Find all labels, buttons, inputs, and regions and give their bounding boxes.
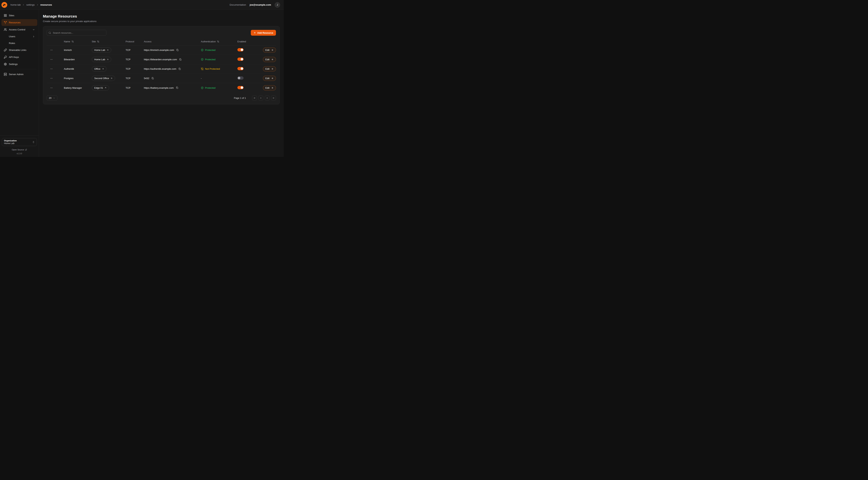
link-icon (4, 49, 7, 52)
auth-status-label: Not Protected (205, 67, 220, 70)
resource-name: Postgres (64, 77, 92, 80)
chevron-left-icon (260, 97, 262, 99)
app-logo[interactable] (1, 2, 7, 8)
access-cell: https://bitwarden.example.com (144, 58, 201, 61)
sidebar-item-resources[interactable]: Resources (1, 19, 37, 26)
sidebar-item-access-control[interactable]: Access Control (1, 26, 37, 33)
add-resource-label: Add Resource (257, 31, 273, 34)
site-link[interactable]: Home Lab (92, 48, 111, 53)
enabled-toggle[interactable] (238, 67, 244, 70)
breadcrumb-item-resources[interactable]: resources (40, 3, 52, 6)
pagination-next-button[interactable] (265, 96, 270, 100)
chevron-down-icon (53, 97, 55, 99)
site-link[interactable]: Home Lab (92, 57, 111, 62)
sidebar-item-label: Sites (9, 14, 14, 17)
enabled-cell (238, 58, 262, 61)
enabled-toggle[interactable] (238, 48, 244, 51)
auth-status: - (201, 77, 238, 80)
site-link[interactable]: Office (92, 66, 106, 71)
open-source-link[interactable]: Open Source (2, 149, 37, 151)
enabled-cell (238, 67, 262, 71)
edit-button[interactable]: Edit (263, 48, 276, 53)
edit-cell: Edit (262, 66, 276, 71)
enabled-toggle[interactable] (238, 77, 244, 80)
access-cell: https://authentik.example.com (144, 67, 201, 70)
pagination-last-button[interactable] (271, 96, 276, 100)
edit-button[interactable]: Edit (263, 76, 276, 81)
row-menu-cell (47, 76, 64, 80)
pagination-first-button[interactable] (252, 96, 257, 100)
row-menu-button[interactable] (50, 57, 54, 62)
site-link-label: Edge 01 (94, 87, 103, 89)
copy-button[interactable] (176, 49, 179, 52)
row-menu-button[interactable] (50, 86, 54, 90)
top-bar: home-lab settings resources Documentatio… (0, 0, 284, 10)
table-row: Bitwarden Home Lab TCP https://bitwarden… (47, 55, 276, 64)
column-label: Enabled (238, 40, 246, 43)
copy-icon (176, 87, 178, 89)
pagination-prev-button[interactable] (258, 96, 263, 100)
add-resource-button[interactable]: Add Resource (251, 30, 276, 36)
copy-button[interactable] (178, 67, 181, 70)
auth-status: Protected (201, 49, 238, 51)
enabled-toggle[interactable] (238, 86, 244, 89)
chevrons-up-down-icon (32, 141, 35, 143)
row-menu-button[interactable] (50, 67, 54, 71)
resource-access: https://bitwarden.example.com (144, 58, 177, 61)
row-menu-button[interactable] (50, 76, 54, 80)
sidebar-item-label: Resources (9, 21, 21, 24)
user-avatar[interactable]: J (275, 2, 280, 8)
toggle-knob (241, 49, 243, 51)
copy-button[interactable] (151, 77, 154, 80)
search-input[interactable] (47, 30, 106, 36)
user-email[interactable]: joe@example.com (250, 3, 271, 6)
sidebar-divider (2, 69, 36, 69)
page-subtitle: Create secure proxies to your private ap… (43, 20, 280, 23)
sidebar-item-label: Server Admin (9, 73, 24, 76)
site-cell: Home Lab (92, 57, 126, 62)
documentation-link[interactable]: Documentation (229, 3, 246, 6)
split-icon (4, 21, 7, 24)
table-row: Postgres Second Office TCP 5432 - (47, 74, 276, 83)
breadcrumb-item-org[interactable]: home-lab (10, 3, 21, 6)
site-link[interactable]: Second Office (92, 76, 115, 81)
edit-button[interactable]: Edit (263, 85, 276, 90)
arrow-up-right-icon (106, 58, 109, 61)
more-horizontal-icon (50, 87, 53, 89)
column-header-authentication[interactable]: Authentication (201, 40, 238, 43)
edit-button[interactable]: Edit (263, 66, 276, 71)
organization-selector[interactable]: Organization Home Lab (2, 138, 37, 146)
toggle-knob (241, 58, 243, 60)
edit-cell: Edit (262, 48, 276, 53)
sidebar-item-roles[interactable]: Roles (1, 40, 37, 46)
copy-icon (176, 49, 179, 51)
edit-button-label: Edit (266, 67, 270, 70)
search-box (47, 30, 106, 36)
breadcrumb-item-settings[interactable]: settings (26, 3, 35, 6)
page-size-select[interactable]: 20 (47, 95, 57, 101)
column-header-name[interactable]: Name (64, 40, 92, 43)
column-label: Access (144, 40, 151, 43)
column-label: Protocol (126, 40, 134, 43)
enabled-toggle[interactable] (238, 58, 244, 61)
edit-button[interactable]: Edit (263, 57, 276, 62)
row-menu-button[interactable] (50, 48, 54, 52)
edit-button-label: Edit (266, 58, 270, 61)
chevron-right-icon (22, 4, 25, 6)
page-info: Page 1 of 1 (234, 97, 246, 99)
copy-button[interactable] (176, 86, 179, 89)
edit-cell: Edit (262, 85, 276, 90)
sidebar-item-sites[interactable]: Sites (1, 12, 37, 19)
site-link[interactable]: Edge 01 (92, 85, 109, 90)
page-size-value: 20 (49, 97, 52, 99)
sidebar-item-api-keys[interactable]: API Keys (1, 54, 37, 60)
sidebar: Sites Resources Access Control Users (0, 10, 39, 157)
sidebar-item-shareable-links[interactable]: Shareable Links (1, 47, 37, 53)
auth-status: Protected (201, 58, 238, 61)
column-header-site[interactable]: Site (92, 40, 126, 43)
sidebar-item-settings[interactable]: Settings (1, 61, 37, 67)
copy-button[interactable] (179, 58, 182, 61)
sidebar-item-server-admin[interactable]: Server Admin (1, 71, 37, 78)
row-menu-cell (47, 57, 64, 62)
sidebar-item-users[interactable]: Users (1, 33, 37, 40)
